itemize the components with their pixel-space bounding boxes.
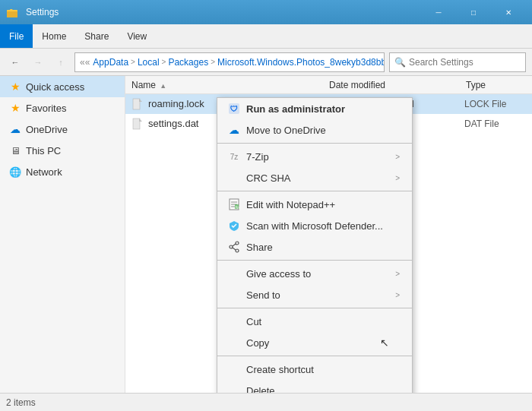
sidebar-item-this-pc[interactable]: 🖥 This PC (0, 140, 125, 161)
forward-button: → (29, 53, 47, 71)
ctx-create-shortcut[interactable]: Create shortcut (217, 359, 412, 380)
title-bar-controls: ─ □ ✕ (421, 0, 526, 24)
up-button[interactable]: ↑ (52, 53, 70, 71)
ctx-notepad[interactable]: N+ Edit with Notepad++ (217, 194, 412, 215)
address-bar: ← → ↑ «« AppData > Local > Packages > Mi… (0, 49, 532, 76)
file-type: DAT File (464, 119, 526, 129)
col-header-name[interactable]: Name ▲ (131, 80, 329, 90)
sidebar-item-quick-access[interactable]: ★ Quick access (0, 76, 125, 97)
search-box[interactable]: 🔍 (389, 52, 526, 72)
give-access-icon (226, 266, 242, 281)
file-list-header: Name ▲ Date modified Type (125, 76, 532, 94)
ctx-run-admin[interactable]: 🛡 Run as administrator (217, 98, 412, 119)
ctx-cut-label: Cut (246, 316, 400, 327)
ctx-onedrive[interactable]: ☁ Move to OneDrive (217, 119, 412, 141)
ctx-defender[interactable]: Scan with Microsoft Defender... (217, 215, 412, 236)
file-icon (131, 118, 144, 130)
title-bar-title: Settings (26, 7, 59, 17)
ctx-divider (217, 356, 412, 356)
sidebar: ★ Quick access ★ Favorites ☁ OneDrive 🖥 … (0, 76, 125, 393)
maximize-button[interactable]: □ (456, 0, 491, 24)
notepad-icon: N+ (226, 197, 242, 212)
main-area: ★ Quick access ★ Favorites ☁ OneDrive 🖥 … (0, 76, 532, 393)
ctx-share[interactable]: Share (217, 236, 412, 258)
svg-line-16 (233, 248, 236, 250)
file-icon (131, 98, 144, 110)
share-icon (226, 239, 242, 255)
close-button[interactable]: ✕ (491, 0, 526, 24)
ctx-crc-sha[interactable]: CRC SHA > (217, 167, 412, 188)
onedrive-icon: ☁ (9, 123, 21, 135)
menu-view[interactable]: View (118, 24, 156, 48)
ctx-send-to[interactable]: Send to > (217, 284, 412, 305)
ctx-delete-label: Delete (246, 385, 400, 394)
menu-share[interactable]: Share (75, 24, 118, 48)
ctx-copy[interactable]: Copy ↖ (217, 332, 412, 353)
bc-photos[interactable]: Microsoft.Windows.Photos_8wekyb3d8bbwe (217, 57, 385, 68)
status-bar: 2 items (0, 393, 532, 411)
ctx-delete[interactable]: Delete (217, 380, 412, 393)
svg-point-14 (236, 249, 239, 252)
ctx-defender-label: Scan with Microsoft Defender... (246, 220, 400, 232)
menu-home[interactable]: Home (33, 24, 75, 48)
svg-rect-3 (133, 119, 140, 129)
create-shortcut-icon (226, 362, 242, 377)
svg-point-13 (230, 245, 233, 248)
ctx-cut[interactable]: Cut (217, 311, 412, 332)
ctx-send-to-label: Send to (246, 289, 395, 301)
send-to-icon (226, 287, 242, 302)
ctx-divider (217, 308, 412, 308)
svg-rect-1 (7, 11, 17, 17)
ctx-7zip[interactable]: 7z 7-Zip > (217, 146, 412, 167)
context-menu: 🛡 Run as administrator ☁ Move to OneDriv… (217, 97, 413, 393)
ctx-divider (217, 191, 412, 191)
run-admin-icon: 🛡 (226, 101, 242, 116)
search-input[interactable] (409, 57, 521, 68)
breadcrumb[interactable]: «« AppData > Local > Packages > Microsof… (74, 52, 385, 72)
network-icon: 🌐 (9, 166, 21, 178)
ctx-give-access-label: Give access to (246, 268, 395, 280)
copy-icon (226, 335, 242, 350)
svg-point-12 (236, 242, 239, 245)
ctx-divider (217, 143, 412, 144)
file-type: LOCK File (464, 99, 526, 109)
bc-local[interactable]: Local (138, 57, 160, 68)
bc-appdata[interactable]: AppData (93, 57, 128, 68)
minimize-button[interactable]: ─ (421, 0, 456, 24)
ctx-copy-label: Copy (246, 337, 400, 349)
title-bar-icons (6, 6, 18, 18)
svg-text:N+: N+ (236, 205, 240, 210)
7zip-icon: 7z (226, 149, 242, 164)
sort-arrow: ▲ (160, 82, 166, 90)
quick-access-icon: ★ (9, 81, 21, 93)
col-header-date[interactable]: Date modified (329, 80, 466, 90)
bc-packages[interactable]: Packages (168, 57, 208, 68)
window-icon (6, 6, 18, 18)
ctx-give-access-arrow: > (395, 270, 400, 278)
this-pc-icon: 🖥 (9, 144, 21, 156)
menu-bar: File Home Share View (0, 24, 532, 49)
ctx-notepad-label: Edit with Notepad++ (246, 199, 400, 210)
ctx-give-access[interactable]: Give access to > (217, 263, 412, 284)
ctx-crc-arrow: > (395, 174, 400, 182)
menu-file[interactable]: File (0, 24, 33, 48)
ctx-share-label: Share (246, 242, 400, 253)
ctx-7zip-arrow: > (395, 153, 400, 161)
onedrive-ctx-icon: ☁ (226, 122, 242, 138)
svg-rect-2 (133, 99, 140, 109)
title-bar: Settings ─ □ ✕ (0, 0, 532, 24)
svg-line-15 (233, 244, 236, 246)
col-header-type[interactable]: Type (466, 80, 526, 90)
svg-text:🛡: 🛡 (230, 105, 238, 113)
back-button[interactable]: ← (6, 53, 24, 71)
status-text: 2 items (6, 397, 36, 408)
crc-sha-icon (226, 170, 242, 185)
search-icon: 🔍 (394, 57, 406, 68)
delete-icon (226, 383, 242, 393)
sidebar-item-onedrive[interactable]: ☁ OneDrive (0, 119, 125, 140)
favorites-icon: ★ (9, 102, 21, 114)
ctx-onedrive-label: Move to OneDrive (246, 125, 400, 136)
sidebar-item-network[interactable]: 🌐 Network (0, 161, 125, 182)
sidebar-item-favorites[interactable]: ★ Favorites (0, 97, 125, 119)
ctx-send-to-arrow: > (395, 291, 400, 299)
